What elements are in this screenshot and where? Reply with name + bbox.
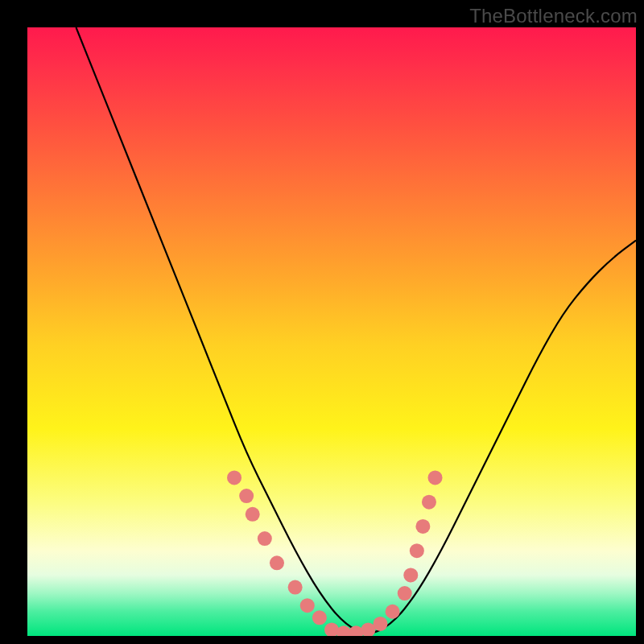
data-point bbox=[312, 610, 327, 625]
plot-area bbox=[27, 27, 636, 636]
data-point bbox=[415, 519, 430, 534]
data-point bbox=[300, 598, 315, 613]
data-point bbox=[258, 531, 272, 546]
data-point bbox=[270, 555, 284, 570]
data-point bbox=[239, 489, 254, 503]
data-point bbox=[403, 568, 418, 582]
data-point bbox=[398, 586, 412, 601]
chart-frame: TheBottleneck.com bbox=[0, 0, 644, 644]
data-point bbox=[227, 470, 242, 485]
data-point bbox=[336, 625, 351, 636]
data-point bbox=[288, 580, 303, 595]
data-point bbox=[386, 605, 400, 619]
data-point bbox=[428, 470, 443, 485]
data-point bbox=[373, 617, 387, 631]
data-point bbox=[410, 543, 424, 558]
data-point bbox=[422, 495, 436, 510]
chart-svg bbox=[27, 27, 636, 636]
watermark-text: TheBottleneck.com bbox=[469, 5, 638, 27]
data-point bbox=[246, 507, 260, 522]
bottleneck-curve bbox=[76, 27, 636, 633]
